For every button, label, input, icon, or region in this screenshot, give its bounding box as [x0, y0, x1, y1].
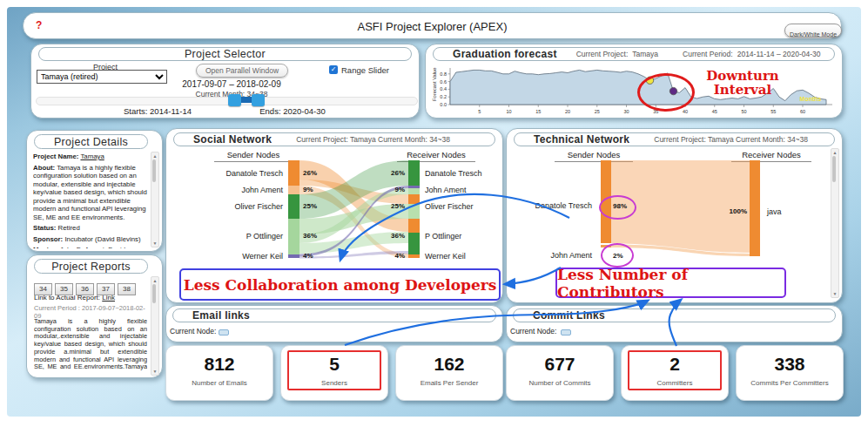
- reports-scrollbar[interactable]: ▲ ▼: [151, 276, 159, 376]
- project-name-link[interactable]: Tamaya: [80, 152, 104, 160]
- svg-text:Months: Months: [800, 96, 822, 102]
- svg-text:0.8: 0.8: [440, 71, 447, 77]
- stat-value: 338: [737, 354, 843, 375]
- social-sender-label: Oliver Fischer: [182, 202, 283, 211]
- svg-text:5: 5: [478, 109, 481, 114]
- social-receiver-node[interactable]: [408, 254, 420, 258]
- social-network-panel: Social Network Current Project: Tamaya C…: [165, 128, 503, 303]
- technical-network-panel: Technical Network Current Project: Tamay…: [506, 128, 843, 303]
- social-receiver-node[interactable]: [408, 194, 420, 204]
- starts-text: Starts: 2014-11-14: [114, 106, 201, 116]
- social-receiver-label: John Ament: [425, 186, 467, 194]
- month-slider-track[interactable]: [36, 97, 418, 105]
- email-current-node-input[interactable]: [219, 329, 229, 336]
- tech-receiver-node-java[interactable]: [750, 160, 760, 256]
- commit-current-node-label: Current Node:: [510, 327, 556, 336]
- social-sender-pct: 9%: [303, 186, 313, 193]
- svg-text:0.2: 0.2: [440, 94, 447, 99]
- social-receiver-node[interactable]: [408, 204, 420, 219]
- stat-value: 162: [396, 354, 502, 375]
- stat-label: Number of Emails: [166, 379, 273, 387]
- svg-text:0.4: 0.4: [440, 86, 447, 92]
- current-project-value: Tamaya: [632, 50, 658, 58]
- social-sender-node[interactable]: [288, 186, 299, 194]
- email-links-panel: Email links Current Node:: [165, 305, 503, 342]
- month-slider-handle-right[interactable]: [252, 94, 265, 106]
- technical-scrollbar[interactable]: ▲ ▼: [831, 148, 839, 298]
- email-links-title: Email links: [172, 308, 496, 322]
- social-receiver-pct: 26%: [380, 169, 405, 177]
- social-receiver-node[interactable]: [408, 160, 420, 186]
- svg-text:25: 25: [595, 109, 600, 114]
- actual-report-link[interactable]: Link: [102, 294, 115, 302]
- project-details-panel: Project Details Project Name: Tamaya Abo…: [26, 130, 163, 252]
- tech-receiver-label: java: [767, 207, 782, 216]
- social-sender-pct: 26%: [303, 169, 317, 177]
- report-link-line: Link to Actual Report: Link: [34, 294, 115, 302]
- current-project-label: Current Project:: [576, 50, 629, 58]
- social-sender-node[interactable]: [288, 194, 299, 219]
- stat-label: Emails Per Sender: [396, 379, 502, 387]
- stat-card: 812Number of Emails: [165, 345, 273, 401]
- graduation-forecast-panel: Graduation forecast Current Project: Tam…: [425, 44, 843, 119]
- report-body: Tamaya is a highly flexible configuratio…: [34, 318, 147, 372]
- report-month-button[interactable]: 38: [118, 283, 136, 295]
- social-receiver-label: Danatole Tresch: [425, 169, 482, 178]
- range-slider-label: Range Slider: [341, 65, 389, 75]
- commit-links-title: Commit Links: [513, 308, 836, 322]
- social-receiver-pct: 4%: [380, 252, 405, 260]
- open-parallel-window-button[interactable]: Open Parallel Window: [196, 64, 288, 78]
- range-slider-checkbox[interactable]: ✓: [329, 65, 338, 74]
- selected-date-range: 2017-09-07 – 2018-02-09: [162, 79, 301, 89]
- svg-text:15: 15: [535, 109, 541, 114]
- social-receiver-pct: 36%: [380, 232, 405, 240]
- social-receiver-label: Oliver Fischer: [425, 202, 474, 211]
- email-current-node-label: Current Node:: [170, 327, 216, 336]
- social-receiver-pct: 9%: [380, 186, 405, 193]
- tech-sender-label: Danatole Tresch: [507, 201, 592, 210]
- social-receiver-node[interactable]: [408, 188, 420, 194]
- contributor-98-circle: [599, 195, 636, 220]
- stat-card: 5Senders: [280, 345, 388, 401]
- highlight-red-box: [628, 350, 722, 390]
- current-period-value: 2014-11-14 – 2020-04-30: [737, 50, 821, 58]
- contributor-2-circle: [601, 243, 634, 268]
- social-sender-label: Danatole Tresch: [182, 169, 283, 178]
- svg-text:20: 20: [565, 109, 570, 114]
- project-details-title: Project Details: [34, 134, 148, 149]
- stat-card: 2Committers: [621, 345, 729, 401]
- social-receiver-node[interactable]: [408, 233, 420, 254]
- stat-label: Commits Per Committers: [737, 379, 843, 387]
- header-bar: ? ASFI Project Explorer (APEX): [23, 12, 842, 39]
- svg-text:55: 55: [770, 109, 776, 114]
- ends-text: Ends: 2020-04-30: [249, 106, 336, 116]
- social-sender-node[interactable]: [288, 254, 299, 258]
- svg-text:30: 30: [623, 109, 629, 114]
- tech-sender-label: John Ament: [507, 251, 592, 260]
- social-sender-node[interactable]: [288, 160, 299, 186]
- social-sender-label: P Ottlinger: [182, 232, 283, 241]
- dark-white-mode-button[interactable]: Dark/White Mode: [784, 24, 842, 37]
- social-receiver-node[interactable]: [408, 219, 420, 232]
- highlight-red-box: [287, 350, 381, 390]
- commit-current-node-input[interactable]: [561, 329, 571, 336]
- svg-text:60: 60: [800, 109, 805, 114]
- stat-card: 162Emails Per Sender: [395, 345, 503, 401]
- stat-label: Number of Commits: [507, 379, 613, 387]
- svg-text:40: 40: [683, 109, 688, 114]
- social-sender-pct: 4%: [303, 252, 313, 260]
- details-scrollbar[interactable]: ▲ ▼: [151, 152, 159, 247]
- downturn-annotation-text: Downturn Interval: [694, 70, 791, 98]
- project-select[interactable]: Tamaya (retired): [37, 70, 167, 84]
- social-receiver-pct: 25%: [380, 202, 405, 210]
- stat-value: 677: [507, 354, 613, 375]
- social-sender-node[interactable]: [288, 219, 299, 254]
- svg-text:0.0: 0.0: [440, 102, 447, 107]
- social-receiver-label: P Ottlinger: [425, 232, 461, 241]
- svg-text:10: 10: [506, 109, 511, 114]
- tech-receiver-pct: 100%: [723, 207, 747, 215]
- svg-text:50: 50: [741, 109, 746, 114]
- svg-text:0.6: 0.6: [440, 79, 447, 85]
- current-period-label: Current Period:: [683, 50, 733, 58]
- month-slider-handle-left[interactable]: [228, 94, 241, 106]
